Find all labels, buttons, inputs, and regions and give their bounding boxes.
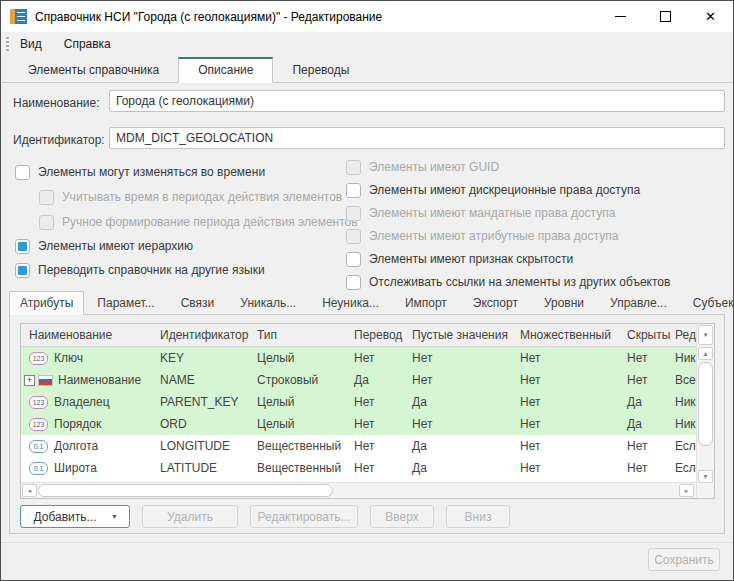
checkbox-discretionary-rights[interactable]: Элементы имеют дискреционные права досту… — [346, 182, 640, 198]
app-icon — [10, 9, 27, 24]
attr-hidden: Нет — [622, 373, 670, 387]
name-input[interactable] — [109, 90, 725, 112]
attr-name: Владелец — [54, 395, 110, 409]
attr-empty: Нет — [407, 373, 515, 387]
attr-name: Ключ — [54, 351, 83, 365]
subtab-management[interactable]: Управле... — [597, 291, 680, 315]
move-up-button[interactable]: Вверх — [370, 505, 434, 528]
move-down-button[interactable]: Вниз — [446, 505, 510, 528]
checkbox-box[interactable] — [346, 275, 361, 290]
attr-type: Целый — [252, 417, 349, 431]
main-tab-strip: Элементы справочника Описание Переводы — [2, 57, 732, 83]
column-header-identifier[interactable]: Идентификатор — [155, 328, 252, 342]
checkbox-box[interactable] — [15, 239, 30, 254]
attr-name: Порядок — [54, 417, 101, 431]
attr-editable: Если — [670, 439, 696, 453]
checkbox-hidden-flag[interactable]: Элементы имеют признак скрытости — [346, 251, 573, 267]
close-icon: ✕ — [705, 10, 716, 23]
attr-translate: Нет — [349, 439, 407, 453]
attr-multiple: Нет — [515, 417, 622, 431]
vertical-scroll-thumb[interactable] — [698, 362, 713, 446]
attr-hidden: Нет — [622, 461, 670, 475]
column-header-multiple[interactable]: Множественный — [515, 328, 622, 342]
attr-name: Широта — [54, 461, 97, 475]
minimize-button[interactable] — [598, 1, 643, 32]
table-row[interactable]: 0.1Широта LATITUDE Вещественный Нет Да Н… — [21, 457, 696, 479]
identifier-input[interactable] — [109, 127, 725, 149]
add-button[interactable]: Добавить... ▾ — [20, 505, 130, 528]
subtab-links[interactable]: Связи — [168, 291, 228, 315]
expand-icon[interactable]: + — [24, 375, 35, 386]
attr-id: NAME — [155, 373, 252, 387]
scroll-down-icon[interactable]: ▼ — [698, 470, 713, 483]
subtab-import[interactable]: Импорт — [392, 291, 460, 315]
attr-editable: Нико — [670, 417, 696, 431]
dialog-window: Справочник НСИ "Города (с геолокациями)"… — [0, 0, 734, 581]
maximize-button[interactable] — [643, 1, 688, 32]
integer-type-icon: 123 — [29, 396, 48, 409]
column-header-type[interactable]: Тип — [252, 328, 349, 342]
horizontal-scroll-thumb[interactable] — [38, 484, 333, 497]
checkbox-box[interactable] — [15, 263, 30, 278]
attr-editable: Если — [670, 461, 696, 475]
attr-id: KEY — [155, 351, 252, 365]
integer-type-icon: 123 — [29, 418, 48, 431]
attr-translate: Нет — [349, 395, 407, 409]
checkbox-box — [39, 190, 54, 205]
subtab-parameters[interactable]: Парамет... — [84, 291, 167, 315]
table-header: Наименование Идентификатор Тип Перевод П… — [21, 324, 696, 347]
subtab-export[interactable]: Экспорт — [460, 291, 531, 315]
menu-help[interactable]: Справка — [53, 32, 122, 56]
save-button[interactable]: Сохранить — [648, 548, 720, 571]
checkbox-track-references[interactable]: Отслеживать ссылки на элементы из других… — [346, 274, 670, 290]
attr-hidden: Нет — [622, 439, 670, 453]
add-dropdown-icon[interactable]: ▾ — [113, 512, 117, 521]
attr-translate: Нет — [349, 351, 407, 365]
name-label: Наименование: — [13, 96, 100, 110]
menu-view[interactable]: Вид — [9, 32, 53, 56]
column-header-hidden[interactable]: Скрытый — [622, 328, 670, 342]
attr-multiple: Нет — [515, 461, 622, 475]
table-row[interactable]: 123Порядок ORD Целый Нет Нет Нет Да Нико — [21, 413, 696, 435]
table-row[interactable]: 123Владелец PARENT_KEY Целый Нет Да Нет … — [21, 391, 696, 413]
maximize-icon — [660, 11, 671, 22]
checkbox-elements-have-hierarchy[interactable]: Элементы имеют иерархию — [15, 238, 193, 254]
subtab-nonunique[interactable]: Неуника... — [309, 291, 392, 315]
column-header-translate[interactable]: Перевод — [349, 328, 407, 342]
attr-multiple: Нет — [515, 351, 622, 365]
tab-description[interactable]: Описание — [178, 57, 273, 83]
table-row[interactable]: 0.1Долгота LONGITUDE Вещественный Нет Да… — [21, 435, 696, 457]
table-row[interactable]: + Наименование NAME Строковый Да Нет Нет… — [21, 369, 696, 391]
horizontal-scrollbar[interactable]: ◂ ▸ — [21, 482, 696, 498]
checkbox-box[interactable] — [346, 183, 361, 198]
checkbox-box[interactable] — [346, 252, 361, 267]
edit-button[interactable]: Редактировать... — [250, 505, 358, 528]
column-header-empty-values[interactable]: Пустые значения — [407, 328, 515, 342]
subtab-subjects[interactable]: Субъек... — [680, 291, 734, 315]
delete-button[interactable]: Удалить — [142, 505, 238, 528]
scroll-left-icon[interactable]: ◂ — [22, 484, 37, 497]
checkbox-elements-change-over-time[interactable]: Элементы могут изменяться во времени — [15, 164, 265, 180]
scroll-right-icon[interactable]: ▸ — [679, 484, 694, 497]
attr-empty: Да — [407, 395, 515, 409]
tab-dictionary-elements[interactable]: Элементы справочника — [9, 57, 178, 83]
column-chooser-icon[interactable]: ▾ — [698, 325, 713, 345]
checkbox-box[interactable] — [15, 165, 30, 180]
attr-hidden: Да — [622, 417, 670, 431]
table-row[interactable]: 123Ключ KEY Целый Нет Нет Нет Нет Нико — [21, 347, 696, 369]
integer-type-icon: 123 — [29, 352, 48, 365]
checkbox-translate-dictionary[interactable]: Переводить справочник на другие языки — [15, 262, 265, 278]
subtab-levels[interactable]: Уровни — [531, 291, 597, 315]
subtab-unique[interactable]: Уникаль... — [227, 291, 309, 315]
tab-translations[interactable]: Переводы — [273, 57, 368, 83]
attr-editable: Всегд — [670, 373, 696, 387]
column-header-editable[interactable]: Редак — [670, 328, 696, 342]
attr-multiple: Нет — [515, 439, 622, 453]
vertical-scrollbar[interactable]: ▾ ▲ ▼ — [696, 324, 714, 498]
scroll-up-icon[interactable]: ▲ — [698, 347, 713, 360]
close-button[interactable]: ✕ — [688, 1, 733, 32]
column-header-name[interactable]: Наименование — [21, 328, 155, 342]
attr-multiple: Нет — [515, 395, 622, 409]
subtab-attributes[interactable]: Атрибуты — [9, 291, 84, 315]
checkbox-box — [346, 160, 361, 175]
